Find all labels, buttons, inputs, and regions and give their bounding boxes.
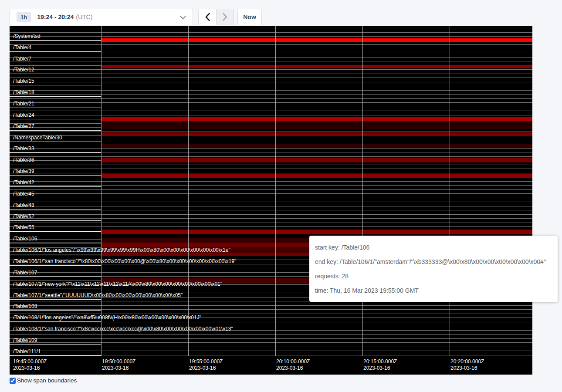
range-label: 19:24 - 20:24(UTC) — [37, 14, 92, 20]
heat-strip[interactable] — [101, 121, 532, 130]
span-label: /System/tsd — [13, 33, 41, 40]
next-interval-button[interactable] — [216, 9, 234, 25]
heat-strip[interactable] — [101, 230, 532, 235]
time-bucket-separator — [450, 26, 450, 356]
span-label-underline — [10, 164, 101, 164]
axis-time-label: 20:20:00.000Z2023-03-16 — [450, 358, 484, 372]
span-boundary-line — [10, 140, 532, 140]
heat-strip[interactable] — [101, 117, 532, 121]
span-boundary-line — [10, 111, 532, 111]
span-boundary-line — [10, 53, 532, 53]
span-boundary-line — [10, 189, 532, 190]
span-label-underline — [10, 40, 101, 41]
span-label: /Table/55 — [13, 224, 34, 231]
span-label: /Table/108/1/"san francisco"/"\x8c\xcc\x… — [13, 326, 233, 332]
span-boundary-line — [10, 218, 532, 219]
span-label-underline — [10, 299, 101, 300]
span-boundary-line — [10, 165, 532, 165]
span-boundary-line — [10, 28, 532, 28]
heat-strip[interactable] — [101, 65, 532, 68]
span-label-underline — [10, 63, 101, 63]
heat-strip[interactable] — [101, 38, 532, 42]
heat-strip[interactable] — [101, 158, 532, 162]
span-boundary-line — [10, 305, 532, 306]
span-boundary-line — [10, 206, 532, 206]
span-boundary-line — [10, 156, 532, 157]
span-label-underline — [10, 119, 101, 119]
span-boundary-line — [10, 61, 532, 61]
span-boundary-line — [10, 32, 532, 33]
span-label: /Table/52 — [13, 213, 34, 220]
heat-strip[interactable] — [101, 132, 532, 136]
now-button[interactable]: Now — [237, 9, 262, 25]
span-label: /Table/24 — [13, 112, 34, 118]
span-boundary-line — [10, 351, 532, 351]
span-label: /Table/7 — [13, 56, 31, 62]
span-boundary-line — [10, 173, 532, 173]
span-boundary-line — [10, 102, 532, 103]
show-span-boundaries-label: Show span boundaries — [17, 377, 77, 384]
span-label-underline — [10, 277, 101, 277]
span-label-underline — [10, 310, 101, 311]
axis-time-label: 19:45:00.000Z2023-03-16 — [13, 358, 47, 372]
span-label-underline — [10, 265, 101, 266]
show-span-boundaries-checkbox[interactable] — [10, 378, 16, 384]
span-label-underline — [10, 175, 101, 176]
hover-tooltip: start key: /Table/106 end key: /Table/10… — [309, 236, 558, 302]
keyvis-heatmap-canvas[interactable]: /System/tsd/Table/4/Table/7/Table/12/Tab… — [10, 26, 532, 375]
span-label-underline — [10, 254, 101, 254]
time-bucket-separator — [362, 26, 363, 356]
span-boundary-line — [10, 334, 532, 335]
span-boundary-line — [10, 36, 532, 37]
span-label-underline — [10, 344, 101, 345]
span-label: /Table/107 — [13, 270, 37, 276]
span-label: /Table/45 — [13, 191, 34, 197]
span-boundary-line — [10, 181, 532, 182]
heat-strip[interactable] — [101, 144, 532, 148]
chevron-left-icon — [205, 13, 210, 21]
span-boundary-line — [10, 214, 532, 215]
span-boundary-line — [10, 44, 532, 45]
span-label: /Table/107/1/"new york"/"\x11\x11\x11\x1… — [13, 281, 222, 287]
span-label: /Table/106/1/"san francisco"/"\x80\x00\x… — [13, 258, 236, 265]
axis-time-label: 19:55:00.000Z2023-03-16 — [189, 358, 223, 372]
span-boundary-line — [10, 148, 532, 149]
span-label-underline — [10, 51, 101, 52]
prev-interval-button[interactable] — [199, 9, 216, 25]
span-label: /Table/106/1/"los angeles"/"\x99\x99\x99… — [13, 247, 230, 253]
span-label: /Table/109 — [13, 337, 37, 344]
heat-strip[interactable] — [101, 174, 532, 178]
span-boundary-line — [10, 347, 532, 347]
span-label: /Table/108/1/"los angeles"/"\xa8\xf5\u00… — [13, 314, 201, 321]
span-label-underline — [10, 231, 101, 232]
span-boundary-line — [10, 49, 532, 49]
span-boundary-line — [10, 223, 532, 223]
span-label-underline — [10, 198, 101, 198]
span-boundary-line — [10, 169, 532, 169]
range-times: 19:24 - 20:24 — [37, 14, 74, 20]
time-range-select[interactable]: 1h 19:24 - 20:24(UTC) — [10, 9, 193, 25]
span-label-underline — [10, 85, 101, 85]
span-label-underline — [10, 288, 101, 288]
span-label-underline — [10, 333, 101, 333]
span-boundary-line — [10, 82, 532, 82]
span-label: /Table/4 — [13, 44, 31, 51]
span-boundary-line — [10, 210, 532, 210]
span-boundary-line — [10, 132, 532, 132]
chevron-right-icon — [222, 13, 228, 21]
axis-time-label: 20:15:00.000Z2023-03-16 — [363, 358, 397, 372]
span-label-underline — [10, 220, 101, 221]
span-boundary-line — [10, 57, 532, 57]
span-label-underline — [10, 152, 101, 153]
span-boundary-line — [10, 314, 532, 314]
tooltip-end-key: end key: /Table/106/1/"amsterdam"/"\xb33… — [315, 258, 552, 265]
span-boundary-line — [10, 342, 532, 343]
range-timezone: (UTC) — [76, 14, 92, 20]
span-boundary-line — [10, 309, 532, 310]
span-label: /Table/106 — [13, 236, 37, 242]
span-label: /Table/18 — [13, 89, 34, 96]
time-bucket-separator — [101, 26, 102, 356]
tooltip-time: time: Thu, 16 Mar 2023 19:55:00 GMT — [315, 287, 552, 294]
span-label: /Table/27 — [13, 123, 34, 130]
span-boundary-line — [10, 193, 532, 194]
